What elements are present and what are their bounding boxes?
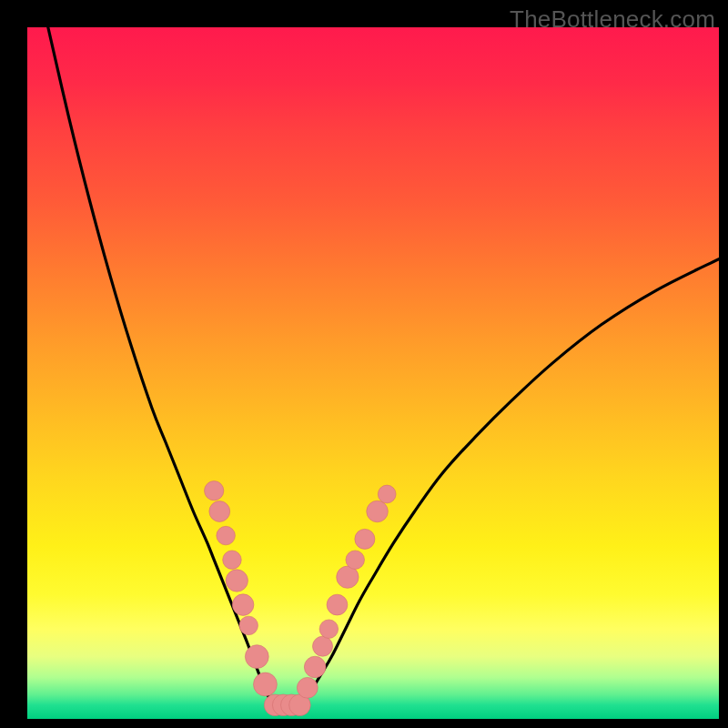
marker-dot xyxy=(355,529,375,549)
marker-dot xyxy=(297,677,318,698)
marker-dot xyxy=(232,594,254,616)
marker-dot xyxy=(245,645,268,669)
marker-dot xyxy=(367,500,389,522)
marker-dot xyxy=(304,656,326,678)
curve-right-curve xyxy=(300,259,719,705)
marker-dot xyxy=(226,570,248,592)
plot-area xyxy=(27,27,719,719)
curve-group xyxy=(48,27,719,705)
marker-dot xyxy=(319,620,339,639)
marker-dot xyxy=(254,672,278,696)
marker-dot xyxy=(223,551,242,570)
marker-group xyxy=(205,481,397,716)
chart-frame: TheBottleneck.com xyxy=(0,0,728,728)
marker-dot xyxy=(205,481,224,500)
marker-dot xyxy=(327,594,348,615)
marker-dot xyxy=(209,501,230,522)
chart-svg xyxy=(27,27,719,719)
marker-dot xyxy=(239,616,258,635)
marker-dot xyxy=(313,636,333,656)
marker-dot xyxy=(217,526,236,545)
marker-dot xyxy=(346,551,365,570)
marker-dot xyxy=(378,485,396,503)
